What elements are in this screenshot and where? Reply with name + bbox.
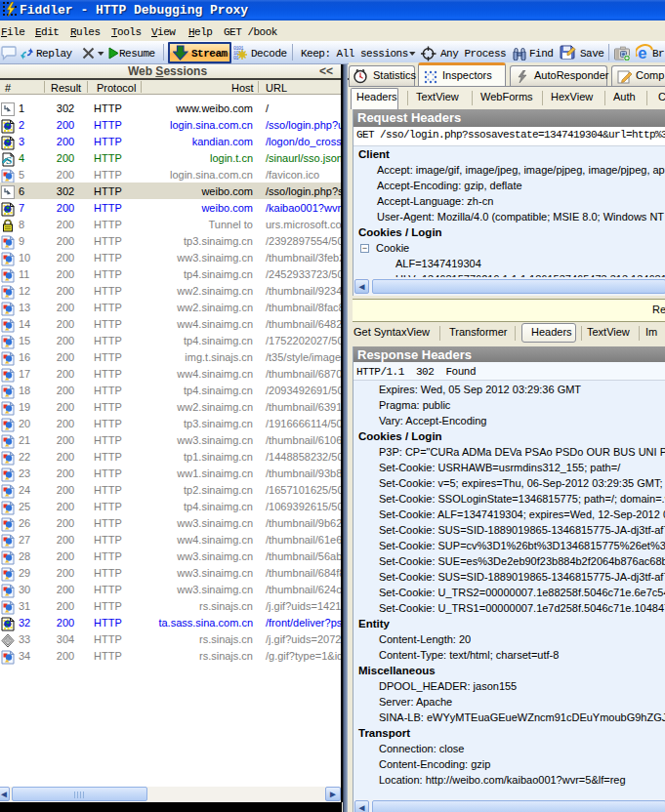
svg-text:01: 01: [233, 56, 239, 61]
